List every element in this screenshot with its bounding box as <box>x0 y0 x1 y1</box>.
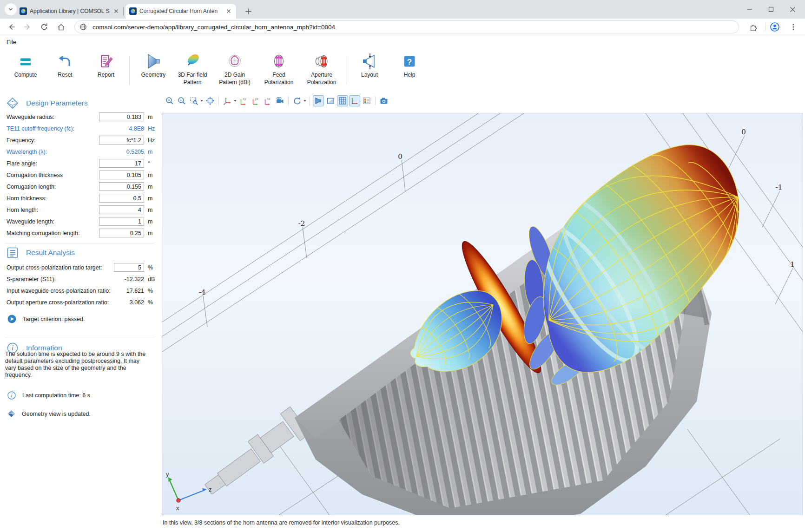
result-value: 3.062 <box>84 299 144 306</box>
triad-z-label: z <box>209 486 212 493</box>
tab-close-icon[interactable] <box>225 7 232 15</box>
file-menu[interactable]: File <box>7 39 16 46</box>
result-unit: % <box>148 299 153 306</box>
maximize-button[interactable] <box>760 0 782 19</box>
new-tab-button[interactable] <box>242 5 255 18</box>
aperture-polarization-button[interactable]: Aperture Polarization <box>300 52 343 85</box>
transparency-toggle[interactable] <box>325 95 336 106</box>
result-row: Output aperture cross-polarization ratio… <box>0 298 161 308</box>
color-legend-icon <box>362 96 371 105</box>
param-row: Horn length: m <box>0 205 161 216</box>
forward-button[interactable] <box>21 21 33 33</box>
color-legend-toggle[interactable] <box>361 95 372 106</box>
zoom-out-button[interactable] <box>176 95 187 106</box>
tab-application-library[interactable]: Application Library | COMSOL S <box>16 4 124 19</box>
param-row: Matching corrugation length: m <box>0 229 161 239</box>
button-label: Feed <box>272 72 285 78</box>
result-input[interactable] <box>114 263 144 272</box>
axes-icon <box>350 96 359 105</box>
result-row: S-parameter (S11): -12.322 dB <box>0 275 161 285</box>
back-arrow-icon <box>7 23 16 31</box>
waveguide-section <box>205 407 310 494</box>
param-label: TE11 cutoff frequency (fc): <box>7 125 74 132</box>
geometry-button[interactable]: Geometry <box>132 52 175 78</box>
default-3d-view-button[interactable] <box>222 95 233 106</box>
view-xy-button[interactable]: xy <box>238 95 249 106</box>
zoom-box-caret[interactable] <box>200 100 203 102</box>
view-yz-button[interactable]: yz <box>250 95 261 106</box>
param-input[interactable] <box>99 159 144 168</box>
back-button[interactable] <box>6 21 18 33</box>
param-unit: m <box>148 207 152 213</box>
compute-button[interactable]: Compute <box>4 52 47 78</box>
view-yz-icon: yz <box>251 96 260 105</box>
close-button[interactable] <box>782 0 803 19</box>
param-unit: m <box>148 172 152 178</box>
button-label: Pattern <box>184 79 202 85</box>
param-input[interactable] <box>99 229 144 237</box>
report-button[interactable]: Report <box>85 52 127 78</box>
axis-label: -2 <box>298 219 305 228</box>
svg-text:yz: yz <box>255 97 258 101</box>
forward-arrow-icon <box>23 23 32 31</box>
param-input[interactable] <box>99 182 144 191</box>
param-input[interactable] <box>99 136 144 144</box>
reset-button[interactable]: Reset <box>44 52 86 78</box>
minimize-button[interactable] <box>739 0 760 19</box>
view-xz-button[interactable]: xz <box>262 95 273 106</box>
tab-close-icon[interactable] <box>112 7 120 15</box>
section-divider <box>5 338 154 338</box>
coordinate-triad: y z x <box>166 471 212 512</box>
param-value: 0.5205 <box>84 149 144 155</box>
axis-label: -4 <box>199 288 206 296</box>
axes-toggle[interactable] <box>349 95 360 106</box>
zoom-extents-button[interactable] <box>205 95 216 106</box>
window-controls <box>739 0 803 19</box>
axis-label: 1 <box>790 260 795 269</box>
far-field-3d-button[interactable]: 3D Far-field Pattern <box>171 52 214 85</box>
layout-button[interactable]: Layout <box>348 52 391 78</box>
default-3d-view-icon <box>223 96 232 105</box>
screenshot-button[interactable] <box>378 95 389 106</box>
scene-light-button[interactable] <box>274 95 285 106</box>
extensions-button[interactable] <box>747 21 759 33</box>
zoom-in-button[interactable] <box>164 95 175 106</box>
param-input[interactable] <box>99 194 144 203</box>
url-bar[interactable]: comsol.com/server-demo/app/library_corru… <box>74 20 739 33</box>
horn-display-toggle[interactable] <box>313 95 324 106</box>
param-input[interactable] <box>99 205 144 214</box>
section-divider <box>5 243 154 243</box>
param-input[interactable] <box>99 217 144 226</box>
3d-scene: 0 -2 -4 0 -1 1 <box>162 113 803 515</box>
tab-divider <box>123 7 124 15</box>
param-input[interactable] <box>99 171 144 179</box>
tab-horn-antenna[interactable]: Corrugated Circular Horn Anten <box>125 4 236 19</box>
param-input[interactable] <box>99 112 144 121</box>
param-unit: m <box>148 230 152 236</box>
profile-button[interactable] <box>769 21 781 33</box>
home-button[interactable] <box>55 21 67 33</box>
browser-tab-bar: Application Library | COMSOL S Corrugate… <box>0 0 805 19</box>
3d-graphics-canvas[interactable]: 0 -2 -4 0 -1 1 <box>162 113 803 515</box>
button-label: Geometry <box>141 72 166 78</box>
param-label: Waveguide length: <box>7 218 54 225</box>
gain-2d-button[interactable]: 2D Gain Pattern (dBi) <box>213 52 256 85</box>
browser-menu-button[interactable] <box>787 21 799 33</box>
rotate-button[interactable] <box>291 95 303 106</box>
param-row: Corrugation thickness m <box>0 171 161 181</box>
result-analysis-header: Result Analysis <box>7 247 75 259</box>
grid-toggle[interactable] <box>337 95 348 106</box>
browser-window: Application Library | COMSOL S Corrugate… <box>0 0 805 532</box>
zoom-box-button[interactable] <box>188 95 199 106</box>
feed-polarization-button[interactable]: Feed Polarization <box>257 52 300 85</box>
param-label: Matching corrugation length: <box>7 230 80 236</box>
help-icon: ? <box>400 52 419 71</box>
param-row: Flare angle: ° <box>0 159 161 169</box>
reload-button[interactable] <box>38 21 50 33</box>
default-3d-view-caret[interactable] <box>234 100 237 102</box>
help-button[interactable]: ? Help <box>388 52 431 78</box>
rotate-caret[interactable] <box>304 100 306 102</box>
tab-search-button[interactable] <box>5 3 17 15</box>
param-unit: m <box>148 114 152 120</box>
feed-polarization-icon <box>270 52 288 71</box>
